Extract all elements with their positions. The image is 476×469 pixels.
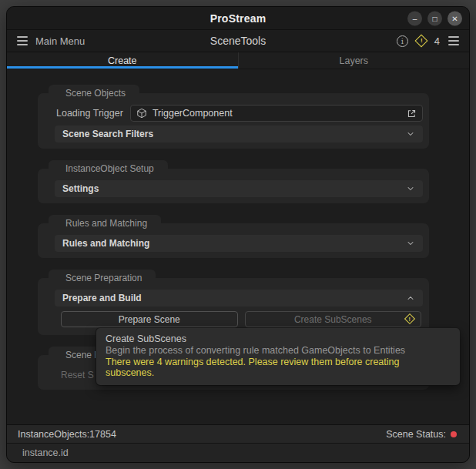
main-menu-button[interactable]: Main Menu — [17, 35, 85, 47]
scene-status-label: Scene Status: — [386, 429, 446, 440]
footer-bar: instance.id — [7, 443, 469, 462]
prepare-scene-button[interactable]: Prepare Scene — [61, 311, 238, 327]
section-instance-setup: InstanceObject Setup Settings — [38, 160, 429, 203]
scene-search-filters-foldout[interactable]: Scene Search Filters — [55, 126, 423, 142]
rules-foldout[interactable]: Rules and Matching — [55, 235, 423, 252]
close-button[interactable]: ✕ — [448, 11, 462, 25]
section-title-scene-objects: Scene Objects — [49, 85, 139, 102]
open-external-icon[interactable] — [407, 109, 417, 119]
loading-trigger-label: Loading Trigger — [56, 108, 123, 119]
tab-layers[interactable]: Layers — [238, 52, 470, 69]
menu-icon — [17, 36, 28, 45]
loading-trigger-row: Loading Trigger TriggerComponent — [55, 105, 423, 122]
tooltip-description: Begin the process of converting rule mat… — [106, 345, 451, 356]
maximize-icon: □ — [432, 11, 437, 25]
minimize-button[interactable]: – — [407, 11, 422, 25]
tooltip-title: Create SubScenes — [106, 333, 451, 344]
trigger-object-field[interactable]: TriggerComponent — [130, 105, 423, 122]
info-glyph: i — [401, 37, 404, 45]
instance-id-label: instance.id — [22, 447, 69, 458]
toolbar-actions: i ! 4 — [397, 35, 459, 47]
reset-scene-label[interactable]: Reset S — [61, 370, 94, 380]
scene-status: Scene Status: — [386, 429, 457, 440]
tab-bar: Create Layers — [7, 52, 469, 69]
status-bar: InstanceObjects:17854 Scene Status: — [7, 424, 469, 443]
settings-foldout[interactable]: Settings — [55, 180, 423, 197]
prepare-and-build-foldout[interactable]: Prepare and Build — [55, 290, 423, 307]
chevron-up-icon — [406, 293, 415, 303]
info-icon[interactable]: i — [397, 35, 408, 47]
chevron-down-icon — [406, 239, 415, 248]
toolbar: Main Menu SceneTools i ! 4 — [7, 30, 469, 52]
status-dot-icon — [451, 431, 457, 437]
section-title-rules: Rules and Matching — [49, 215, 161, 233]
rules-foldout-label: Rules and Matching — [62, 238, 149, 249]
section-title-scene-prep: Scene Preparation — [49, 270, 156, 287]
section-scene-prep: Scene Preparation Prepare and Build Prep… — [38, 270, 429, 335]
tab-create[interactable]: Create — [7, 52, 238, 69]
section-scene-objects: Scene Objects Loading Trigger TriggerCom… — [38, 85, 429, 149]
tooltip-warning: There were 4 warnings detected. Please r… — [106, 357, 451, 378]
app-window: ProStream – □ ✕ Main Menu SceneTools i !… — [6, 6, 470, 463]
warning-icon[interactable]: ! — [414, 35, 427, 48]
warning-glyph: ! — [420, 38, 422, 44]
warning-badge-icon: ! — [404, 313, 415, 324]
maximize-button[interactable]: □ — [427, 11, 442, 25]
chevron-down-icon — [406, 129, 415, 139]
chevron-down-icon — [406, 184, 415, 193]
section-rules: Rules and Matching Rules and Matching — [38, 215, 429, 258]
warning-count: 4 — [434, 35, 440, 47]
create-subscenes-tooltip: Create SubScenes Begin the process of co… — [96, 328, 460, 385]
close-icon: ✕ — [451, 11, 458, 25]
title-bar: ProStream – □ ✕ — [7, 7, 469, 30]
scene-search-filters-label: Scene Search Filters — [62, 129, 153, 139]
instance-objects-count: InstanceObjects:17854 — [18, 429, 116, 440]
cube-icon — [136, 108, 147, 119]
prepare-build-buttons: Prepare Scene Create SubScenes ! — [61, 311, 421, 327]
window-controls: – □ ✕ — [407, 11, 462, 25]
create-subscenes-label: Create SubScenes — [294, 314, 372, 325]
create-subscenes-button[interactable]: Create SubScenes ! — [245, 311, 422, 327]
prepare-and-build-label: Prepare and Build — [62, 293, 142, 303]
overflow-menu-icon[interactable] — [448, 36, 459, 45]
section-title-instance-setup: InstanceObject Setup — [49, 160, 168, 178]
trigger-object-value: TriggerComponent — [153, 108, 401, 119]
minimize-icon: – — [413, 11, 417, 25]
window-title: ProStream — [210, 12, 266, 25]
badge-glyph: ! — [409, 317, 411, 322]
main-menu-label: Main Menu — [35, 35, 85, 47]
settings-label: Settings — [62, 183, 99, 194]
